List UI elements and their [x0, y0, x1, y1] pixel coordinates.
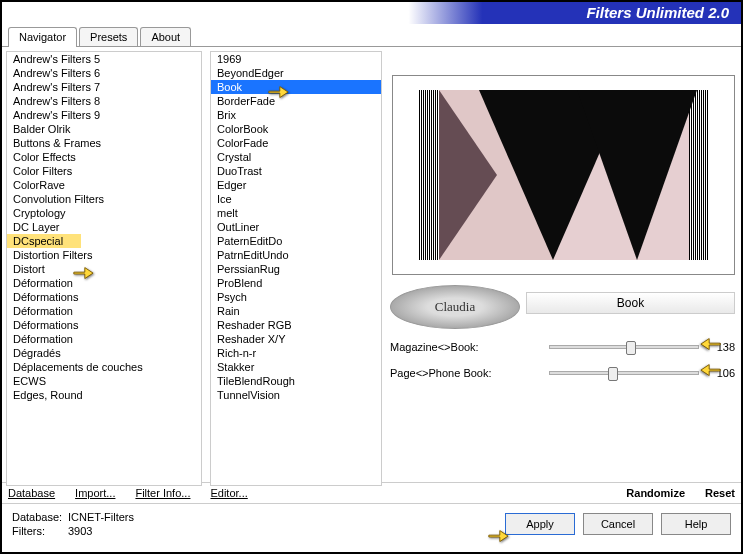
list-item[interactable]: Déformations: [7, 290, 201, 304]
preview-frame: [392, 75, 735, 275]
list-item[interactable]: Brix: [211, 108, 381, 122]
list-item[interactable]: Ice: [211, 192, 381, 206]
list-item[interactable]: PerssianRug: [211, 262, 381, 276]
list-item[interactable]: Déplacements de couches: [7, 360, 201, 374]
list-item[interactable]: Déformation: [7, 304, 201, 318]
list-item[interactable]: TunnelVision: [211, 388, 381, 402]
current-filter-title: Book: [526, 292, 735, 314]
tab-presets[interactable]: Presets: [79, 27, 138, 46]
list-item[interactable]: BorderFade: [211, 94, 381, 108]
list-item[interactable]: Psych: [211, 290, 381, 304]
list-item[interactable]: Reshader X/Y: [211, 332, 381, 346]
list-item[interactable]: Cryptology: [7, 206, 201, 220]
list-item[interactable]: DC Layer: [7, 220, 201, 234]
status-info: Database:ICNET-Filters Filters:3903: [12, 510, 134, 538]
param-label: Page<>Phone Book:: [390, 367, 541, 379]
param-slider[interactable]: [549, 371, 699, 375]
list-item[interactable]: Dégradés: [7, 346, 201, 360]
list-item[interactable]: PatrnEditUndo: [211, 248, 381, 262]
filter-list[interactable]: 1969BeyondEdgerBookBorderFadeBrixColorBo…: [210, 51, 382, 486]
editor-link[interactable]: Editor...: [210, 487, 247, 499]
list-item[interactable]: Stakker: [211, 360, 381, 374]
tab-strip: Navigator Presets About: [2, 24, 741, 46]
list-item[interactable]: Andrew's Filters 7: [7, 80, 201, 94]
reset-link[interactable]: Reset: [705, 487, 735, 499]
list-item[interactable]: PaternEditDo: [211, 234, 381, 248]
filters-label: Filters:: [12, 524, 68, 538]
apply-button[interactable]: Apply: [505, 513, 575, 535]
list-item[interactable]: Andrew's Filters 5: [7, 52, 201, 66]
list-item[interactable]: Book: [211, 80, 381, 94]
help-button[interactable]: Help: [661, 513, 731, 535]
list-item[interactable]: Déformations: [7, 318, 201, 332]
list-item[interactable]: Déformation: [7, 332, 201, 346]
list-item[interactable]: Déformation: [7, 276, 201, 290]
param-slider[interactable]: [549, 345, 699, 349]
category-list[interactable]: Andrew's Filters 5Andrew's Filters 6Andr…: [6, 51, 202, 486]
list-item[interactable]: DCspecial: [7, 234, 81, 248]
db-link[interactable]: Database: [8, 487, 55, 499]
preview-image: [419, 90, 709, 260]
list-item[interactable]: ColorBook: [211, 122, 381, 136]
list-item[interactable]: Color Effects: [7, 150, 201, 164]
footer: Database:ICNET-Filters Filters:3903 Appl…: [2, 503, 741, 544]
list-item[interactable]: Convolution Filters: [7, 192, 201, 206]
list-item[interactable]: Color Filters: [7, 164, 201, 178]
watermark-badge: Claudia: [390, 285, 520, 329]
list-item[interactable]: Andrew's Filters 8: [7, 94, 201, 108]
parameter-panel: Magazine<>Book:138Page<>Phone Book:106: [390, 337, 735, 389]
title-bar: Filters Unlimited 2.0: [2, 2, 741, 24]
tab-navigator[interactable]: Navigator: [8, 27, 77, 47]
list-item[interactable]: Reshader RGB: [211, 318, 381, 332]
list-item[interactable]: Edger: [211, 178, 381, 192]
param-row: Page<>Phone Book:106: [390, 363, 735, 383]
list-item[interactable]: Crystal: [211, 150, 381, 164]
filters-value: 3903: [68, 525, 92, 537]
list-item[interactable]: Buttons & Frames: [7, 136, 201, 150]
list-item[interactable]: DuoTrast: [211, 164, 381, 178]
list-item[interactable]: ProBlend: [211, 276, 381, 290]
list-item[interactable]: OutLiner: [211, 220, 381, 234]
list-item[interactable]: Balder Olrik: [7, 122, 201, 136]
filter-info-link[interactable]: Filter Info...: [135, 487, 190, 499]
randomize-link[interactable]: Randomize: [626, 487, 685, 499]
list-item[interactable]: 1969: [211, 52, 381, 66]
list-item[interactable]: Andrew's Filters 6: [7, 66, 201, 80]
list-item[interactable]: ColorFade: [211, 136, 381, 150]
param-row: Magazine<>Book:138: [390, 337, 735, 357]
db-label: Database:: [12, 510, 68, 524]
param-value: 138: [707, 341, 735, 353]
list-item[interactable]: ColorRave: [7, 178, 201, 192]
list-item[interactable]: Distortion Filters: [7, 248, 201, 262]
db-value: ICNET-Filters: [68, 511, 134, 523]
list-item[interactable]: ECWS: [7, 374, 201, 388]
list-item[interactable]: Rain: [211, 304, 381, 318]
tab-about[interactable]: About: [140, 27, 191, 46]
list-item[interactable]: BeyondEdger: [211, 66, 381, 80]
param-value: 106: [707, 367, 735, 379]
list-item[interactable]: TileBlendRough: [211, 374, 381, 388]
main-content: Andrew's Filters 5Andrew's Filters 6Andr…: [2, 46, 741, 482]
list-item[interactable]: Rich-n-r: [211, 346, 381, 360]
list-item[interactable]: Distort: [7, 262, 201, 276]
param-label: Magazine<>Book:: [390, 341, 541, 353]
list-item[interactable]: melt: [211, 206, 381, 220]
list-item[interactable]: Andrew's Filters 9: [7, 108, 201, 122]
list-item[interactable]: Edges, Round: [7, 388, 201, 402]
import-link[interactable]: Import...: [75, 487, 115, 499]
cancel-button[interactable]: Cancel: [583, 513, 653, 535]
right-panel: Claudia Book Magazine<>Book:138Page<>Pho…: [386, 47, 741, 482]
